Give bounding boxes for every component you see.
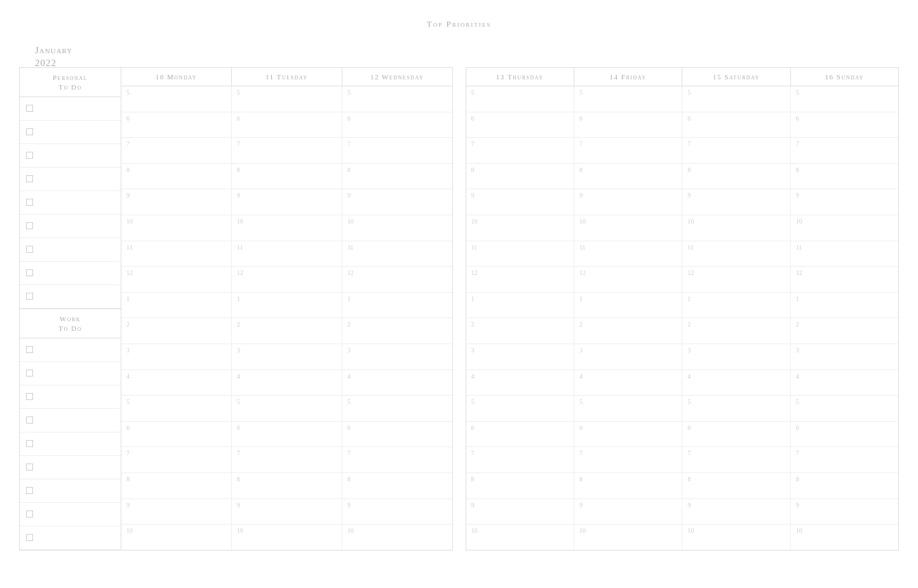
left-cell-mon-7[interactable]: 7 xyxy=(121,138,232,163)
right-cell-fri-6[interactable]: 6 xyxy=(574,112,682,138)
personal-item-8[interactable] xyxy=(20,262,121,285)
right-cell-thu-3[interactable]: 3 xyxy=(466,344,574,370)
work-item-3[interactable] xyxy=(20,385,121,409)
work-item-5[interactable] xyxy=(20,432,121,456)
right-cell-fri-7[interactable]: 7 xyxy=(574,138,682,163)
left-cell-wed-8pm[interactable]: 8 xyxy=(342,473,452,498)
work-checkbox-5[interactable] xyxy=(26,440,33,447)
personal-item-9[interactable] xyxy=(20,285,121,309)
right-cell-sat-8pm[interactable]: 8 xyxy=(682,473,790,498)
work-checkbox-9[interactable] xyxy=(26,534,33,541)
right-cell-fri-8pm[interactable]: 8 xyxy=(574,473,682,498)
work-checkbox-2[interactable] xyxy=(26,370,33,377)
right-cell-sat-6[interactable]: 6 xyxy=(682,112,790,138)
right-cell-thu-7[interactable]: 7 xyxy=(466,138,574,163)
right-cell-thu-10pm[interactable]: 10 xyxy=(466,525,574,550)
personal-item-6[interactable] xyxy=(20,215,121,238)
left-cell-mon-5[interactable]: 5 xyxy=(121,86,232,112)
left-cell-tue-7pm[interactable]: 7 xyxy=(232,447,342,472)
personal-item-7[interactable] xyxy=(20,238,121,262)
left-cell-mon-5pm[interactable]: 5 xyxy=(121,396,232,421)
right-cell-sat-6pm[interactable]: 6 xyxy=(682,422,790,447)
right-cell-sun-9[interactable]: 9 xyxy=(791,189,898,215)
right-cell-sun-8[interactable]: 8 xyxy=(791,164,898,189)
left-cell-mon-10[interactable]: 10 xyxy=(121,215,232,241)
right-cell-fri-5[interactable]: 5 xyxy=(574,86,682,112)
right-cell-sat-12[interactable]: 12 xyxy=(682,267,790,292)
left-cell-tue-3[interactable]: 3 xyxy=(232,344,342,370)
left-cell-tue-10[interactable]: 10 xyxy=(232,215,342,241)
right-cell-sun-11[interactable]: 11 xyxy=(791,241,898,267)
personal-item-5[interactable] xyxy=(20,191,121,215)
left-cell-mon-8pm[interactable]: 8 xyxy=(121,473,232,498)
left-cell-mon-12[interactable]: 12 xyxy=(121,267,232,292)
left-cell-tue-9pm[interactable]: 9 xyxy=(232,499,342,525)
left-cell-tue-1[interactable]: 1 xyxy=(232,293,342,318)
right-cell-sat-8[interactable]: 8 xyxy=(682,164,790,189)
left-cell-mon-8[interactable]: 8 xyxy=(121,164,232,189)
left-cell-tue-12[interactable]: 12 xyxy=(232,267,342,292)
right-cell-fri-11[interactable]: 11 xyxy=(574,241,682,267)
right-cell-sat-3[interactable]: 3 xyxy=(682,344,790,370)
left-cell-wed-11[interactable]: 11 xyxy=(342,241,452,267)
left-cell-tue-5pm[interactable]: 5 xyxy=(232,396,342,421)
left-cell-wed-6pm[interactable]: 6 xyxy=(342,422,452,447)
left-cell-wed-1[interactable]: 1 xyxy=(342,293,452,318)
right-cell-sat-9[interactable]: 9 xyxy=(682,189,790,215)
checkbox-5[interactable] xyxy=(26,199,33,206)
right-cell-sat-4[interactable]: 4 xyxy=(682,370,790,396)
left-cell-wed-3[interactable]: 3 xyxy=(342,344,452,370)
left-cell-tue-6pm[interactable]: 6 xyxy=(232,422,342,447)
right-cell-sat-10[interactable]: 10 xyxy=(682,215,790,241)
left-cell-tue-2[interactable]: 2 xyxy=(232,318,342,344)
left-cell-wed-4[interactable]: 4 xyxy=(342,370,452,396)
checkbox-3[interactable] xyxy=(26,152,33,159)
checkbox-9[interactable] xyxy=(26,293,33,300)
right-cell-sun-2[interactable]: 2 xyxy=(791,318,898,344)
left-cell-wed-6[interactable]: 6 xyxy=(342,112,452,138)
work-item-1[interactable] xyxy=(20,338,121,362)
left-cell-mon-9pm[interactable]: 9 xyxy=(121,499,232,525)
right-cell-fri-2[interactable]: 2 xyxy=(574,318,682,344)
right-cell-sun-9pm[interactable]: 9 xyxy=(791,499,898,525)
right-cell-sun-7pm[interactable]: 7 xyxy=(791,447,898,472)
left-cell-mon-6[interactable]: 6 xyxy=(121,112,232,138)
right-cell-sat-7pm[interactable]: 7 xyxy=(682,447,790,472)
left-cell-wed-12[interactable]: 12 xyxy=(342,267,452,292)
left-cell-wed-10[interactable]: 10 xyxy=(342,215,452,241)
left-cell-mon-4[interactable]: 4 xyxy=(121,370,232,396)
right-cell-fri-7pm[interactable]: 7 xyxy=(574,447,682,472)
right-cell-sun-5pm[interactable]: 5 xyxy=(791,396,898,421)
left-cell-mon-2[interactable]: 2 xyxy=(121,318,232,344)
left-cell-wed-2[interactable]: 2 xyxy=(342,318,452,344)
right-cell-thu-5pm[interactable]: 5 xyxy=(466,396,574,421)
checkbox-7[interactable] xyxy=(26,246,33,253)
right-cell-fri-9pm[interactable]: 9 xyxy=(574,499,682,525)
right-cell-thu-12[interactable]: 12 xyxy=(466,267,574,292)
personal-item-4[interactable] xyxy=(20,168,121,191)
left-cell-wed-5[interactable]: 5 xyxy=(342,86,452,112)
right-cell-sat-9pm[interactable]: 9 xyxy=(682,499,790,525)
right-cell-sun-6[interactable]: 6 xyxy=(791,112,898,138)
left-cell-mon-10pm[interactable]: 10 xyxy=(121,525,232,550)
work-item-9[interactable] xyxy=(20,526,121,550)
left-cell-tue-5[interactable]: 5 xyxy=(232,86,342,112)
left-cell-wed-9pm[interactable]: 9 xyxy=(342,499,452,525)
personal-item-1[interactable] xyxy=(20,97,121,121)
left-cell-tue-11[interactable]: 11 xyxy=(232,241,342,267)
work-item-2[interactable] xyxy=(20,362,121,385)
right-cell-sun-7[interactable]: 7 xyxy=(791,138,898,163)
right-cell-sat-1[interactable]: 1 xyxy=(682,293,790,318)
right-cell-sun-4[interactable]: 4 xyxy=(791,370,898,396)
right-cell-fri-10pm[interactable]: 10 xyxy=(574,525,682,550)
left-cell-wed-9[interactable]: 9 xyxy=(342,189,452,215)
checkbox-8[interactable] xyxy=(26,269,33,276)
right-cell-fri-5pm[interactable]: 5 xyxy=(574,396,682,421)
left-cell-tue-7[interactable]: 7 xyxy=(232,138,342,163)
personal-item-2[interactable] xyxy=(20,121,121,144)
right-cell-fri-1[interactable]: 1 xyxy=(574,293,682,318)
left-cell-mon-3[interactable]: 3 xyxy=(121,344,232,370)
left-cell-tue-9[interactable]: 9 xyxy=(232,189,342,215)
right-cell-sun-3[interactable]: 3 xyxy=(791,344,898,370)
work-checkbox-1[interactable] xyxy=(26,346,33,353)
